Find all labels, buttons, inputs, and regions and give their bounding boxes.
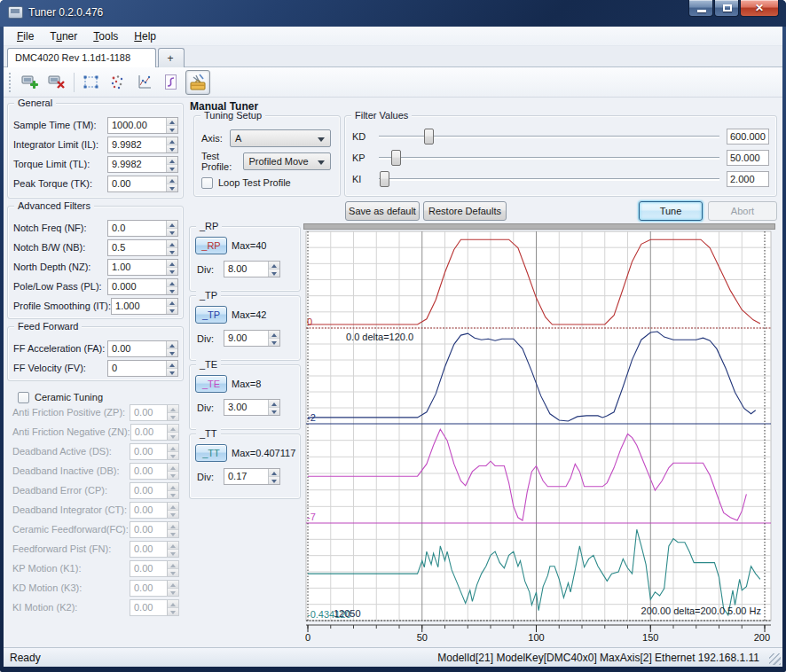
axis-select[interactable]: A xyxy=(230,129,331,147)
spin-down-button[interactable] xyxy=(269,270,279,277)
torque-limit-input[interactable]: 9.9982 xyxy=(107,156,178,173)
kd-slider[interactable] xyxy=(379,128,719,145)
manual-tuner-button[interactable] xyxy=(185,70,210,95)
disconnect-button[interactable] xyxy=(44,70,69,95)
spin-down-button[interactable] xyxy=(167,145,177,152)
ff-acceleration-input[interactable]: 0.00 xyxy=(107,340,178,357)
tt-max-label: Max=0.407117 xyxy=(232,448,295,458)
spin-up-button[interactable] xyxy=(167,341,177,349)
spin-down-button xyxy=(168,491,178,498)
spin-up-button[interactable] xyxy=(167,176,177,184)
peak-torque-input[interactable]: 0.00 xyxy=(107,176,178,192)
spin-up-button[interactable] xyxy=(269,262,279,270)
menu-tools[interactable]: Tools xyxy=(85,27,126,45)
spin-up-button[interactable] xyxy=(167,279,177,287)
connect-button[interactable] xyxy=(18,70,43,95)
save-as-default-button[interactable]: Save as default xyxy=(345,201,420,221)
close-button[interactable]: ✕ xyxy=(740,0,779,17)
spin-down-button[interactable] xyxy=(167,126,177,133)
spin-down-button xyxy=(168,569,178,576)
kp-slider-thumb[interactable] xyxy=(391,150,401,166)
zoom-region-button[interactable] xyxy=(79,70,104,95)
spin-up-button[interactable] xyxy=(167,240,177,248)
te-div-input[interactable]: 3.00 xyxy=(224,399,280,416)
spin-up-button[interactable] xyxy=(269,469,279,477)
line-chart-icon xyxy=(136,74,153,91)
svg-text:0: 0 xyxy=(305,632,310,643)
spin-down-button xyxy=(168,608,178,615)
toolbar-grip[interactable] xyxy=(9,73,12,92)
tp-div-input[interactable]: 9.00 xyxy=(224,330,280,347)
spin-up-button[interactable] xyxy=(167,260,177,268)
kp-slider[interactable] xyxy=(379,149,719,167)
tt-div-input[interactable]: 0.17 xyxy=(224,468,280,485)
kp-value[interactable]: 50.000 xyxy=(727,150,769,166)
rp-toggle-button[interactable]: _RP xyxy=(195,237,227,254)
axis-label: Axis: xyxy=(201,133,223,144)
spin-down-button[interactable] xyxy=(167,248,177,255)
group-title: _TE xyxy=(196,359,221,370)
scatter-plot-button[interactable] xyxy=(106,70,130,95)
motion-profile-button[interactable] xyxy=(159,70,184,95)
spin-up-button[interactable] xyxy=(167,157,177,165)
spin-up-button[interactable] xyxy=(269,400,279,408)
ki-slider-thumb[interactable] xyxy=(380,171,389,187)
loop-test-profile-checkbox[interactable] xyxy=(201,177,213,189)
minimize-button[interactable] xyxy=(688,0,713,17)
svg-text:200: 200 xyxy=(754,632,770,643)
group-tt-channel: _TT _TT Max=0.407117 Div: 0.17 xyxy=(189,434,301,499)
spin-down-button[interactable] xyxy=(167,287,177,294)
spin-up-button[interactable] xyxy=(167,299,177,307)
profile-smoothing-input[interactable]: 1.000 xyxy=(111,298,178,315)
notch-freq-input[interactable]: 0.0 xyxy=(107,220,178,237)
spin-up-button[interactable] xyxy=(167,137,177,145)
menu-tuner[interactable]: Tuner xyxy=(42,27,85,45)
add-tab-button[interactable]: + xyxy=(158,48,185,67)
spin-down-button[interactable] xyxy=(167,229,177,236)
scope-chart[interactable]: 0-2-7-0.4341200.0 delta=120.012050200.00… xyxy=(303,223,775,644)
ff-velocity-input[interactable]: 0 xyxy=(107,360,178,377)
north-depth-input[interactable]: 1.00 xyxy=(107,259,178,276)
restore-defaults-button[interactable]: Restore Defaults xyxy=(423,201,507,221)
kd-value[interactable]: 600.000 xyxy=(727,129,769,145)
spin-down-button[interactable] xyxy=(269,408,279,415)
spin-down-button[interactable] xyxy=(167,369,177,376)
spin-down-button[interactable] xyxy=(167,184,177,191)
spin-up-button[interactable] xyxy=(167,118,177,126)
ki-slider[interactable] xyxy=(379,170,719,188)
minimize-icon xyxy=(697,10,706,12)
tp-toggle-button[interactable]: _TP xyxy=(195,306,227,324)
app-window: Tuner 0.2.0.476 ✕ File Tuner Tools Help … xyxy=(0,0,786,672)
test-profile-select[interactable]: Profiled Move xyxy=(243,152,331,170)
spin-up-button[interactable] xyxy=(167,221,177,229)
menu-file[interactable]: File xyxy=(9,27,42,45)
abort-button: Abort xyxy=(708,201,777,221)
spin-up-button[interactable] xyxy=(167,361,177,369)
notch-bw-input[interactable]: 0.5 xyxy=(107,239,178,256)
disconnect-icon xyxy=(47,74,67,91)
spin-down-button xyxy=(168,413,178,420)
tt-toggle-button[interactable]: _TT xyxy=(195,444,227,462)
tune-button[interactable]: Tune xyxy=(639,201,703,221)
te-toggle-button[interactable]: _TE xyxy=(195,375,227,393)
spin-down-button[interactable] xyxy=(167,165,177,172)
maximize-button[interactable] xyxy=(714,0,739,17)
menu-help[interactable]: Help xyxy=(126,27,164,45)
spin-up-button[interactable] xyxy=(269,331,279,339)
pole-low-pass-input[interactable]: 0.000 xyxy=(107,278,178,295)
kd-slider-thumb[interactable] xyxy=(424,129,434,145)
integrator-limit-input[interactable]: 9.9982 xyxy=(107,137,178,153)
spin-down-button[interactable] xyxy=(167,349,177,356)
spin-down-button[interactable] xyxy=(167,307,177,314)
title-bar[interactable]: Tuner 0.2.0.476 ✕ xyxy=(0,0,786,27)
spin-down-button[interactable] xyxy=(269,477,279,484)
tab-dmc4020[interactable]: DMC4020 Rev 1.1d1-1188 xyxy=(7,48,156,67)
sample-time-input[interactable]: 1000.00 xyxy=(107,117,178,134)
ki-value[interactable]: 2.000 xyxy=(727,171,769,187)
spin-down-button[interactable] xyxy=(167,268,177,275)
rp-div-input[interactable]: 8.00 xyxy=(224,261,280,277)
resize-grip[interactable] xyxy=(769,653,781,665)
ceramic-tuning-checkbox[interactable] xyxy=(18,392,29,403)
line-chart-button[interactable] xyxy=(132,70,157,95)
spin-down-button[interactable] xyxy=(269,339,279,346)
